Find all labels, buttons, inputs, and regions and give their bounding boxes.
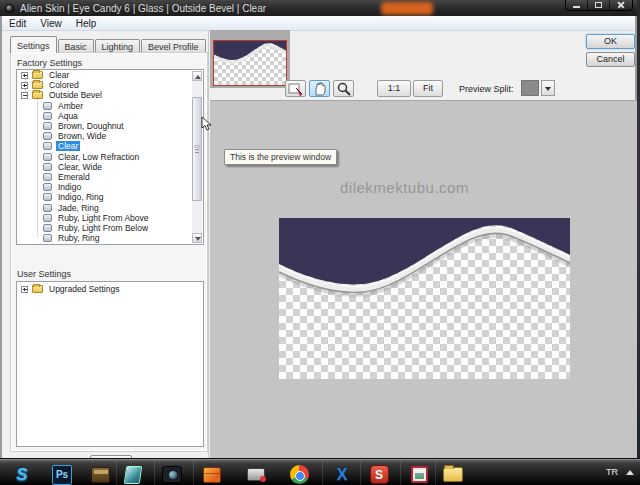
tree-item[interactable]: Indigo, Ring xyxy=(17,192,203,202)
preview-split-label: Preview Split: xyxy=(459,84,514,94)
tree-item[interactable]: Clear xyxy=(17,70,203,80)
tree-item[interactable]: Jade, Ring xyxy=(17,202,203,212)
preset-icon xyxy=(43,204,52,212)
tree-item-label: Indigo xyxy=(56,182,83,192)
watermark-text: dilekmektubu.com xyxy=(340,179,469,196)
expander-icon[interactable] xyxy=(21,72,28,79)
tree-item-label: Aqua xyxy=(56,111,80,121)
tree-item[interactable]: Upgraded Settings xyxy=(17,284,203,294)
menu-view[interactable]: View xyxy=(33,17,69,30)
tree-item-label: Clear, Low Refraction xyxy=(56,152,141,162)
tab-lighting[interactable]: Lighting xyxy=(95,39,141,53)
settings-tab-page: Factory Settings Clear Colored O xyxy=(10,52,208,452)
minimize-button[interactable] xyxy=(566,0,588,11)
preset-icon xyxy=(43,102,52,110)
tree-item-label: Outside Bevel xyxy=(47,90,104,100)
tree-item-label: Ruby, Light From Above xyxy=(56,213,151,223)
scroll-down-icon[interactable] xyxy=(192,233,202,243)
magnifier-icon xyxy=(336,82,352,96)
tree-item-label: Emerald xyxy=(56,172,92,182)
tree-item-selected[interactable]: Clear xyxy=(17,141,203,151)
tab-basic[interactable]: Basic xyxy=(58,39,94,53)
zoom-fit-button[interactable]: Fit xyxy=(413,80,443,97)
x-app-icon[interactable]: X xyxy=(330,463,354,485)
tree-item-label: Amber xyxy=(56,101,85,111)
s-red-app-icon[interactable]: S xyxy=(367,463,391,485)
crystal-app-icon[interactable] xyxy=(121,463,145,485)
folder-icon xyxy=(32,285,43,293)
menu-bar: Edit View Help xyxy=(2,16,635,31)
photo-viewer-app-icon[interactable] xyxy=(407,463,431,485)
preset-icon xyxy=(43,112,52,120)
system-tray: TR xyxy=(606,467,634,477)
menu-help[interactable]: Help xyxy=(69,17,104,30)
ok-button[interactable]: OK xyxy=(586,34,635,49)
tree-item[interactable]: Ruby, Light From Above xyxy=(17,213,203,223)
tree-item[interactable]: Brown, Doughnut xyxy=(17,121,203,131)
expander-icon[interactable] xyxy=(21,286,28,293)
expander-icon[interactable] xyxy=(21,82,28,89)
preset-icon xyxy=(43,163,52,171)
tab-settings[interactable]: Settings xyxy=(10,36,57,53)
photoshop-icon[interactable]: Ps xyxy=(50,463,74,485)
tree-item-label: Ruby, Ring xyxy=(56,233,101,243)
preset-icon xyxy=(43,234,52,242)
preview-split-dropdown[interactable] xyxy=(541,80,555,96)
preset-icon xyxy=(43,173,52,181)
tree-item[interactable]: Colored xyxy=(17,80,203,90)
tree-item[interactable]: Ruby, Ring xyxy=(17,233,203,243)
scrollbar-thumb[interactable] xyxy=(192,97,202,201)
camera-app-icon[interactable] xyxy=(160,463,184,485)
factory-settings-label: Factory Settings xyxy=(17,58,82,68)
scroll-up-icon[interactable] xyxy=(192,71,202,81)
panel-divider xyxy=(208,30,209,458)
background-artifact xyxy=(381,2,433,15)
tree-item-label: Clear xyxy=(56,141,80,151)
tree-item[interactable]: Amber xyxy=(17,101,203,111)
user-settings-tree: Upgraded Settings xyxy=(16,281,204,447)
tree-item-label: Jade, Ring xyxy=(56,203,101,213)
tab-strip: Settings Basic Lighting Bevel Profile xyxy=(10,36,207,53)
preset-icon xyxy=(43,122,52,130)
preset-icon xyxy=(43,153,52,161)
zoom-tool-button[interactable] xyxy=(333,80,354,97)
region-tool-button[interactable] xyxy=(285,80,306,97)
s-blue-app-icon[interactable]: S xyxy=(10,463,34,485)
maximize-button[interactable] xyxy=(588,0,610,11)
tree-item[interactable]: Indigo xyxy=(17,182,203,192)
preview-canvas[interactable] xyxy=(279,218,570,379)
tree-item[interactable]: Outside Bevel xyxy=(17,90,203,100)
tree-item[interactable]: Aqua xyxy=(17,111,203,121)
orange-box-app-icon[interactable] xyxy=(200,463,224,485)
tray-expand-icon[interactable] xyxy=(626,470,634,475)
tab-bevel-profile[interactable]: Bevel Profile xyxy=(141,39,206,53)
preview-area: This is the preview window dilekmektubu.… xyxy=(210,100,639,458)
tree-item[interactable]: Clear, Wide xyxy=(17,162,203,172)
tree-item-label: Brown, Wide xyxy=(56,131,108,141)
tree-scrollbar[interactable] xyxy=(192,71,202,243)
taskbar: S Ps X S TR xyxy=(0,458,640,485)
tree-item[interactable]: Brown, Wide xyxy=(17,131,203,141)
cancel-button[interactable]: Cancel xyxy=(586,52,635,67)
chrome-icon[interactable] xyxy=(287,463,311,485)
tree-item-label: Brown, Doughnut xyxy=(56,121,126,131)
menu-edit[interactable]: Edit xyxy=(2,17,33,30)
preview-split-swatch[interactable] xyxy=(521,80,539,96)
language-indicator[interactable]: TR xyxy=(606,467,618,477)
tree-item[interactable]: Ruby, Light From Below xyxy=(17,223,203,233)
expander-icon[interactable] xyxy=(21,92,28,99)
pan-tool-button[interactable] xyxy=(309,80,330,97)
tree-item[interactable]: Clear, Low Refraction xyxy=(17,152,203,162)
folder-icon xyxy=(32,71,43,79)
close-button[interactable] xyxy=(610,0,632,11)
media-app-icon[interactable] xyxy=(88,463,112,485)
monitor-app-icon[interactable] xyxy=(244,463,268,485)
tree-item-label: Clear, Wide xyxy=(56,162,104,172)
tree-item[interactable]: Emerald xyxy=(17,172,203,182)
folder-app-icon[interactable] xyxy=(441,463,465,485)
preview-tooltip: This is the preview window xyxy=(224,149,337,165)
mouse-cursor-icon xyxy=(201,116,212,132)
zoom-actual-button[interactable]: 1:1 xyxy=(377,80,411,97)
preset-icon xyxy=(43,142,52,150)
window-title: Alien Skin | Eye Candy 6 | Glass | Outsi… xyxy=(20,3,266,14)
